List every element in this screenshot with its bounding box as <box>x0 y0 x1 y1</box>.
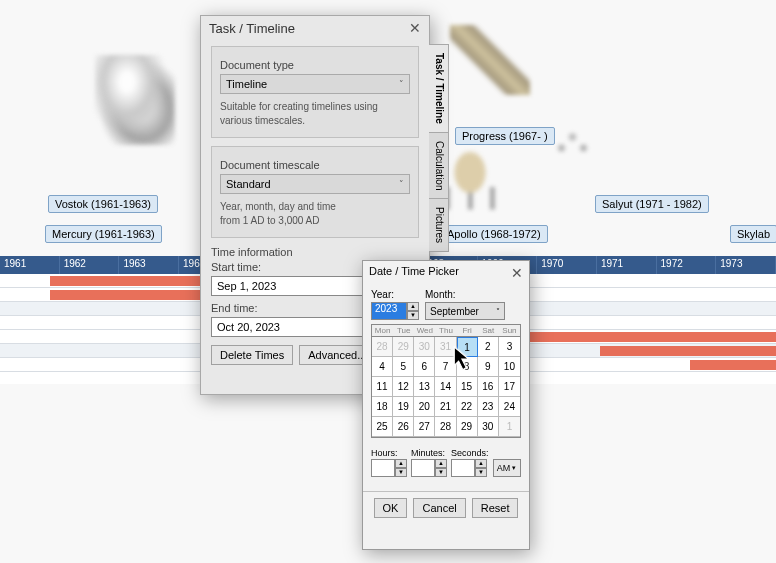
timeline-event-tag[interactable]: Skylab <box>730 225 776 243</box>
date-time-picker-dialog: Date / Time Picker ✕ Year: 2023 ▲ ▼ Mont… <box>362 260 530 550</box>
document-timescale-desc: Year, month, day and timefrom 1 AD to 3,… <box>220 200 410 227</box>
minutes-down-icon[interactable]: ▼ <box>435 468 447 477</box>
minutes-up-icon[interactable]: ▲ <box>435 459 447 468</box>
timeline-event-tag[interactable]: Salyut (1971 - 1982) <box>595 195 709 213</box>
calendar-day[interactable]: 13 <box>414 377 435 397</box>
delete-times-button[interactable]: Delete Times <box>211 345 293 365</box>
side-tab-task-timeline[interactable]: Task / Timeline <box>429 44 449 133</box>
calendar-dow: Sat <box>478 325 499 336</box>
hours-down-icon[interactable]: ▼ <box>395 468 407 477</box>
calendar-day[interactable]: 14 <box>435 377 456 397</box>
seconds-input[interactable] <box>451 459 475 477</box>
document-timescale-dropdown[interactable]: Standard <box>220 174 410 194</box>
month-label: Month: <box>425 289 505 300</box>
calendar-day[interactable]: 6 <box>414 357 435 377</box>
document-type-desc: Suitable for creating timelines using va… <box>220 100 410 127</box>
calendar-day[interactable]: 8 <box>457 357 478 377</box>
calendar-dow: Fri <box>457 325 478 336</box>
time-information-label: Time information <box>211 246 419 258</box>
calendar-day[interactable]: 28 <box>372 337 393 357</box>
calendar-day[interactable]: 26 <box>393 417 414 437</box>
close-icon[interactable]: ✕ <box>409 20 421 36</box>
satellite-image <box>450 25 530 95</box>
calendar-dow: Wed <box>414 325 435 336</box>
ok-button[interactable]: OK <box>374 498 408 518</box>
picker-title: Date / Time Picker <box>369 265 459 281</box>
calendar-day[interactable]: 17 <box>499 377 520 397</box>
document-timescale-section: Document timescale Standard Year, month,… <box>211 146 419 238</box>
calendar-dow: Thu <box>435 325 456 336</box>
calendar-dow: Tue <box>393 325 414 336</box>
document-type-dropdown[interactable]: Timeline <box>220 74 410 94</box>
side-tab-pictures[interactable]: Pictures <box>429 198 449 252</box>
calendar-day[interactable]: 2 <box>478 337 499 357</box>
calendar-day[interactable]: 19 <box>393 397 414 417</box>
calendar-day[interactable]: 3 <box>499 337 520 357</box>
calendar-day[interactable]: 30 <box>414 337 435 357</box>
calendar-day[interactable]: 31 <box>435 337 456 357</box>
timeline-event-tag[interactable]: Mercury (1961-1963) <box>45 225 162 243</box>
timeline-event-tag[interactable]: Vostok (1961-1963) <box>48 195 158 213</box>
calendar-day[interactable]: 12 <box>393 377 414 397</box>
close-icon[interactable]: ✕ <box>511 265 523 281</box>
seconds-down-icon[interactable]: ▼ <box>475 468 487 477</box>
dialog-title: Task / Timeline <box>209 21 295 36</box>
side-tab-calculation[interactable]: Calculation <box>429 132 449 199</box>
calendar-day[interactable]: 1 <box>457 337 478 357</box>
calendar-day[interactable]: 18 <box>372 397 393 417</box>
calendar-day[interactable]: 30 <box>478 417 499 437</box>
calendar-day[interactable]: 4 <box>372 357 393 377</box>
minutes-input[interactable] <box>411 459 435 477</box>
calendar-dow: Mon <box>372 325 393 336</box>
hours-label: Hours: <box>371 448 407 458</box>
calendar-day[interactable]: 21 <box>435 397 456 417</box>
year-down-icon[interactable]: ▼ <box>407 311 419 320</box>
calendar-day[interactable]: 23 <box>478 397 499 417</box>
year-label: Year: <box>371 289 419 300</box>
calendar-dow: Sun <box>499 325 520 336</box>
calendar-day[interactable]: 28 <box>435 417 456 437</box>
document-timescale-label: Document timescale <box>220 159 410 171</box>
year-up-icon[interactable]: ▲ <box>407 302 419 311</box>
month-dropdown[interactable]: September <box>425 302 505 320</box>
calendar-day[interactable]: 25 <box>372 417 393 437</box>
calendar-day[interactable]: 29 <box>393 337 414 357</box>
calendar-day[interactable]: 24 <box>499 397 520 417</box>
document-type-section: Document type Timeline Suitable for crea… <box>211 46 419 138</box>
seconds-label: Seconds: <box>451 448 489 458</box>
document-type-label: Document type <box>220 59 410 71</box>
hours-input[interactable] <box>371 459 395 477</box>
year-input[interactable]: 2023 <box>371 302 407 320</box>
calendar-day[interactable]: 20 <box>414 397 435 417</box>
calendar-day[interactable]: 27 <box>414 417 435 437</box>
calendar-day[interactable]: 22 <box>457 397 478 417</box>
calendar-day[interactable]: 1 <box>499 417 520 437</box>
timeline-event-tag[interactable]: Progress (1967- ) <box>455 127 555 145</box>
calendar-day[interactable]: 10 <box>499 357 520 377</box>
calendar-day[interactable]: 7 <box>435 357 456 377</box>
calendar-day[interactable]: 16 <box>478 377 499 397</box>
seconds-up-icon[interactable]: ▲ <box>475 459 487 468</box>
reset-button[interactable]: Reset <box>472 498 519 518</box>
calendar-day[interactable]: 29 <box>457 417 478 437</box>
calendar-day[interactable]: 15 <box>457 377 478 397</box>
calendar-day[interactable]: 5 <box>393 357 414 377</box>
cancel-button[interactable]: Cancel <box>413 498 465 518</box>
calendar-day[interactable]: 9 <box>478 357 499 377</box>
calendar: MonTueWedThuFriSatSun 282930311234567891… <box>371 324 521 438</box>
timeline-event-tag[interactable]: Apollo (1968-1972) <box>440 225 548 243</box>
astronaut-image <box>95 55 175 145</box>
ampm-dropdown[interactable]: AM▾ <box>493 459 521 477</box>
calendar-day[interactable]: 11 <box>372 377 393 397</box>
minutes-label: Minutes: <box>411 448 447 458</box>
hours-up-icon[interactable]: ▲ <box>395 459 407 468</box>
